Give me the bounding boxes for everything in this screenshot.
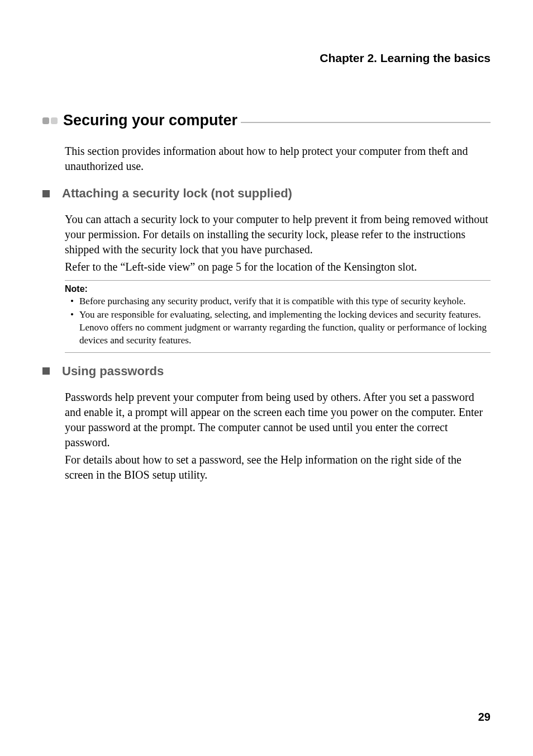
subsection-2-para-1: Passwords help prevent your computer fro… bbox=[65, 390, 491, 450]
section-title-rule bbox=[241, 122, 491, 123]
subsection-1-title: Attaching a security lock (not supplied) bbox=[62, 186, 292, 201]
subsection-2-header: Using passwords bbox=[42, 364, 491, 379]
note-label: Note: bbox=[65, 284, 491, 294]
note-list: Before purchasing any security product, … bbox=[65, 295, 491, 347]
subsection-2-title: Using passwords bbox=[62, 364, 164, 379]
section-title: Securing your computer bbox=[63, 112, 237, 129]
page-number: 29 bbox=[478, 711, 491, 724]
subsection-1-para-1: You can attach a security lock to your c… bbox=[65, 212, 491, 257]
note-item: Before purchasing any security product, … bbox=[73, 295, 491, 308]
square-bullet-icon bbox=[42, 190, 50, 197]
note-item: You are responsible for evaluating, sele… bbox=[73, 309, 491, 347]
subsection-1-para-2: Refer to the “Left-side view” on page 5 … bbox=[65, 259, 491, 275]
section-title-row: Securing your computer bbox=[42, 112, 491, 129]
chapter-header: Chapter 2. Learning the basics bbox=[42, 51, 491, 65]
section-bullets-icon bbox=[42, 117, 58, 124]
subsection-2-para-2: For details about how to set a password,… bbox=[65, 452, 491, 483]
square-bullet-icon bbox=[42, 367, 50, 375]
section-intro: This section provides information about … bbox=[65, 144, 491, 174]
document-page: Chapter 2. Learning the basics Securing … bbox=[0, 0, 533, 483]
subsection-1-header: Attaching a security lock (not supplied) bbox=[42, 186, 491, 201]
note-box: Note: Before purchasing any security pro… bbox=[65, 280, 491, 353]
